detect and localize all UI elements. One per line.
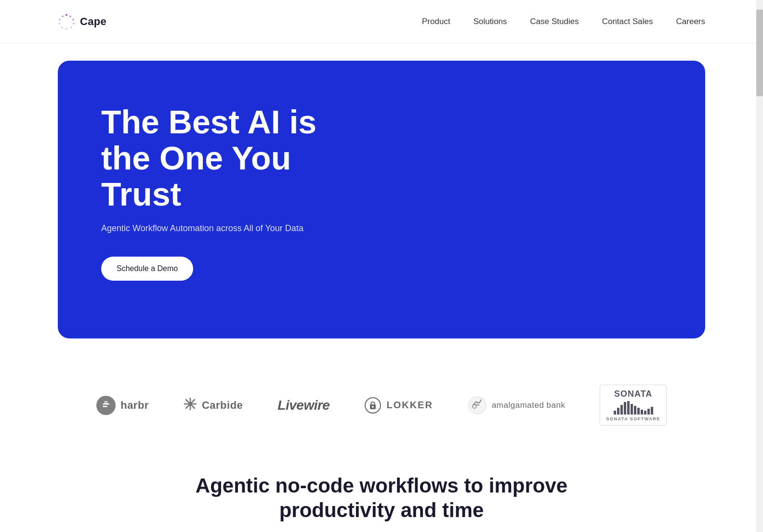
- nav-link-contact-sales[interactable]: Contact Sales: [602, 17, 653, 26]
- svg-point-4: [71, 26, 72, 28]
- hero-section: The Best AI is the One You Trust Agentic…: [0, 43, 763, 356]
- harbr-icon: [96, 396, 116, 415]
- hero-subtitle: Agentic Workflow Automation across All o…: [101, 223, 303, 234]
- logo-amalgamated: amalgamated bank: [468, 396, 566, 415]
- logo-sonata: SONATA SONATA SOFTWARE: [600, 385, 666, 426]
- logo-lokker: LOKKER: [364, 397, 433, 414]
- svg-point-20: [469, 397, 486, 414]
- nav-link-careers[interactable]: Careers: [676, 17, 705, 26]
- svg-rect-11: [103, 406, 107, 407]
- lokker-icon: [364, 397, 382, 414]
- scrollbar[interactable]: [756, 0, 763, 532]
- nav-links: Product Solutions Case Studies Contact S…: [422, 17, 705, 26]
- svg-point-5: [66, 28, 67, 29]
- sonata-box: SONATA SONATA SOFTWARE: [600, 385, 666, 426]
- logo[interactable]: Cape: [58, 13, 106, 30]
- lokker-text: LOKKER: [386, 400, 433, 411]
- bottom-section: Agentic no-code workflows to improve pro…: [0, 445, 763, 532]
- nav-link-solutions[interactable]: Solutions: [474, 17, 507, 26]
- svg-point-8: [59, 19, 60, 20]
- logo-carbide: Carbide: [184, 397, 243, 414]
- logos-section: harbr Carbide Livewire LOKKER: [0, 356, 763, 445]
- navbar: Cape Product Solutions Case Studies Cont…: [0, 0, 763, 43]
- logo-livewire: Livewire: [277, 398, 329, 413]
- nav-link-case-studies[interactable]: Case Studies: [530, 17, 579, 26]
- carbide-icon: [184, 397, 197, 414]
- harbr-text: harbr: [120, 399, 149, 412]
- livewire-text: Livewire: [277, 398, 329, 413]
- svg-point-19: [372, 406, 374, 408]
- svg-point-9: [62, 15, 64, 17]
- svg-point-6: [62, 26, 63, 28]
- cape-logo-icon: [58, 13, 75, 30]
- svg-point-7: [58, 23, 60, 24]
- svg-point-0: [66, 14, 67, 16]
- logo-text: Cape: [80, 15, 106, 28]
- svg-point-3: [73, 23, 74, 24]
- svg-point-1: [69, 15, 71, 17]
- sonata-bars: [614, 401, 653, 415]
- schedule-demo-button[interactable]: Schedule a Demo: [101, 257, 193, 281]
- logo-harbr: harbr: [96, 396, 149, 415]
- scrollbar-thumb[interactable]: [756, 10, 763, 96]
- sonata-bottom-text: SONATA SOFTWARE: [606, 416, 660, 421]
- hero-card: The Best AI is the One You Trust Agentic…: [58, 61, 705, 338]
- bottom-heading: Agentic no-code workflows to improve pro…: [165, 474, 598, 522]
- sonata-top-text: SONATA: [614, 389, 652, 399]
- svg-point-2: [72, 19, 74, 20]
- amalgamated-icon: [468, 396, 487, 415]
- nav-link-product[interactable]: Product: [422, 17, 450, 26]
- amalgamated-text: amalgamated bank: [492, 401, 566, 410]
- hero-title: The Best AI is the One You Trust: [101, 104, 361, 212]
- svg-point-12: [105, 401, 107, 403]
- carbide-text: Carbide: [202, 399, 243, 412]
